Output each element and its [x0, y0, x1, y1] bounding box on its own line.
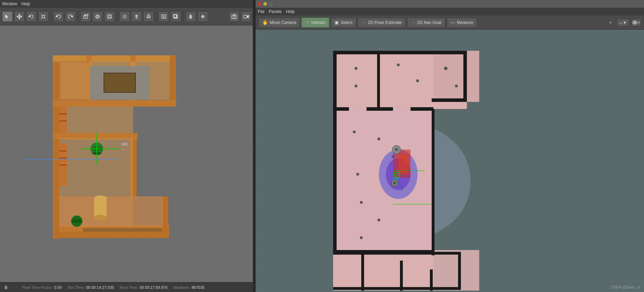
- undo-btn[interactable]: [53, 11, 64, 22]
- menu-file[interactable]: File: [258, 9, 264, 14]
- svg-rect-109: [433, 250, 479, 291]
- svg-line-8: [41, 14, 42, 16]
- menu-panels[interactable]: Panels: [269, 9, 282, 14]
- measure-btn[interactable]: — Measure: [447, 18, 477, 28]
- measure-icon: —: [451, 20, 455, 25]
- svg-rect-79: [59, 114, 67, 114]
- spot-light-btn[interactable]: [143, 11, 154, 22]
- scale-tool-btn[interactable]: [38, 11, 49, 22]
- pose-estimate-btn[interactable]: → 2D Pose Estimate: [358, 18, 406, 28]
- house-3d-view: ←: [25, 45, 194, 253]
- select-rviz-btn[interactable]: ▣ Select: [331, 18, 356, 28]
- svg-rect-96: [94, 198, 107, 218]
- view-dropdown[interactable]: —▼: [617, 19, 629, 26]
- svg-rect-121: [333, 250, 433, 253]
- svg-point-130: [397, 63, 400, 66]
- nav-goal-btn[interactable]: → 2D Nav Goal: [407, 18, 445, 28]
- svg-rect-83: [59, 151, 67, 151]
- rviz-titlebar: [256, 0, 644, 8]
- select-tool-btn[interactable]: [2, 11, 13, 22]
- svg-point-166: [395, 148, 398, 151]
- insert-box-btn[interactable]: [80, 11, 91, 22]
- svg-line-37: [137, 18, 138, 18]
- svg-rect-58: [53, 55, 176, 62]
- pause-button[interactable]: ⏸: [4, 284, 10, 291]
- rviz-toolbar: 🖐 Move Camera ☞ Interact ▣ Select → 2D P…: [256, 16, 644, 30]
- iterations-item: Iterations: 867035: [173, 285, 205, 290]
- move-camera-btn[interactable]: 🖐 Move Camera: [258, 18, 300, 28]
- watermark-text: CSDN @Davy_ni: [611, 285, 640, 289]
- svg-point-132: [444, 67, 448, 70]
- rotate-tool-btn[interactable]: [26, 11, 37, 22]
- svg-point-99: [71, 219, 82, 223]
- rviz-menubar: File Panels Help: [256, 8, 644, 16]
- svg-rect-125: [430, 269, 433, 291]
- svg-point-49: [202, 16, 204, 17]
- translate-tool-btn[interactable]: [14, 11, 25, 22]
- svg-marker-3: [19, 18, 20, 19]
- svg-rect-94: [121, 143, 128, 146]
- align-btn[interactable]: [186, 11, 196, 22]
- insert-cylinder-btn[interactable]: [104, 11, 115, 22]
- rviz-map-viewport[interactable]: CSDN @Davy_ni: [256, 30, 644, 292]
- redo-btn[interactable]: [65, 11, 76, 22]
- svg-rect-126: [349, 107, 367, 111]
- copy-btn[interactable]: [170, 11, 181, 22]
- svg-marker-53: [247, 15, 249, 18]
- point-light-btn[interactable]: [131, 11, 142, 22]
- menu-help-rviz[interactable]: Help: [286, 9, 295, 14]
- svg-point-131: [416, 79, 419, 82]
- svg-point-139: [377, 219, 380, 221]
- sep5: [183, 11, 183, 22]
- pose-estimate-label: 2D Pose Estimate: [368, 20, 402, 25]
- rviz-right-controls: + —▼ ▼: [607, 19, 641, 26]
- visibility-btn[interactable]: ▼: [631, 19, 641, 26]
- svg-marker-4: [17, 16, 18, 17]
- expand-window-btn[interactable]: [269, 2, 273, 6]
- svg-point-22: [108, 17, 111, 19]
- sun-btn[interactable]: [119, 11, 130, 22]
- svg-rect-123: [400, 261, 403, 291]
- insert-sphere-btn[interactable]: [92, 11, 103, 22]
- svg-point-129: [355, 85, 357, 87]
- svg-line-33: [123, 18, 124, 18]
- svg-rect-107: [433, 51, 479, 102]
- svg-rect-124: [361, 287, 432, 290]
- svg-rect-78: [59, 107, 67, 133]
- sep1: [51, 11, 51, 22]
- svg-point-133: [455, 85, 458, 87]
- interact-btn[interactable]: ☞ Interact: [301, 18, 329, 28]
- insert-file-btn[interactable]: [158, 11, 169, 22]
- screenshot-btn[interactable]: [229, 11, 239, 22]
- svg-rect-115: [377, 51, 380, 109]
- svg-rect-84: [59, 158, 67, 158]
- pose-estimate-icon: →: [362, 20, 366, 25]
- panel-divider[interactable]: [253, 0, 256, 292]
- svg-rect-65: [53, 133, 59, 233]
- svg-rect-110: [333, 51, 467, 54]
- svg-point-19: [96, 15, 99, 18]
- menu-help[interactable]: Help: [21, 1, 30, 6]
- svg-rect-7: [42, 16, 44, 18]
- menu-window[interactable]: Window: [2, 1, 17, 6]
- svg-rect-119: [458, 252, 461, 290]
- svg-point-102: [634, 22, 636, 23]
- nav-goal-label: 2D Nav Goal: [417, 20, 442, 25]
- gazebo-viewport[interactable]: ←: [0, 25, 254, 282]
- status-dot: ·: [15, 285, 17, 290]
- add-display-btn[interactable]: +: [607, 19, 614, 26]
- gazebo-menubar: Window Help: [0, 0, 254, 8]
- snap-btn[interactable]: [198, 11, 208, 22]
- real-time-label: Real Time:: [120, 285, 138, 290]
- svg-rect-72: [60, 62, 88, 100]
- svg-rect-40: [162, 15, 166, 18]
- svg-rect-111: [333, 51, 337, 109]
- svg-rect-70: [53, 100, 169, 104]
- record-btn[interactable]: [241, 11, 251, 22]
- svg-rect-122: [361, 250, 364, 291]
- minimize-window-btn[interactable]: [263, 2, 267, 6]
- svg-point-128: [355, 67, 357, 70]
- select-label: Select: [340, 20, 352, 25]
- real-time-value: 00 00:17:59.976: [139, 285, 168, 290]
- close-window-btn[interactable]: [258, 2, 261, 6]
